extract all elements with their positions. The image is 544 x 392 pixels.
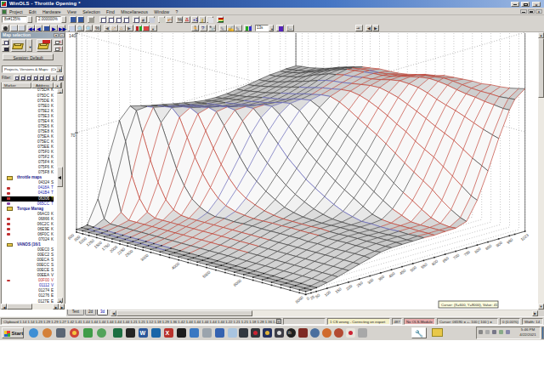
- svg-text:550: 550: [420, 262, 428, 270]
- svg-text:150: 150: [334, 287, 342, 294]
- svg-text:1023: 1023: [520, 233, 530, 242]
- svg-text:8000: 8000: [295, 295, 304, 304]
- svg-text:50: 50: [314, 293, 320, 298]
- svg-text:450: 450: [399, 268, 406, 276]
- svg-text:70: 70: [71, 133, 76, 138]
- svg-text:140: 140: [69, 33, 76, 38]
- svg-text:400: 400: [388, 271, 396, 279]
- svg-text:950: 950: [506, 237, 513, 245]
- svg-text:750: 750: [463, 249, 471, 257]
- svg-text:300: 300: [366, 277, 374, 285]
- svg-text:800: 800: [473, 247, 481, 254]
- svg-text:500: 500: [410, 265, 417, 273]
- svg-text:900: 900: [496, 241, 503, 248]
- svg-text:600: 600: [431, 258, 439, 266]
- svg-text:4000: 4000: [171, 261, 180, 270]
- svg-text:Cursor: (X=600, Y=8000), Value: Cursor: (X=600, Y=8000), Value: 41: [441, 303, 498, 307]
- svg-text:350: 350: [377, 275, 385, 282]
- svg-text:200: 200: [345, 283, 353, 291]
- svg-text:3000: 3000: [139, 253, 149, 262]
- svg-text:700: 700: [452, 253, 460, 260]
- svg-text:850: 850: [484, 243, 492, 251]
- svg-text:6000: 6000: [233, 278, 242, 287]
- svg-text:5000: 5000: [201, 270, 211, 279]
- svg-text:650: 650: [442, 256, 450, 264]
- svg-text:250: 250: [356, 281, 364, 288]
- svg-text:100: 100: [324, 290, 332, 298]
